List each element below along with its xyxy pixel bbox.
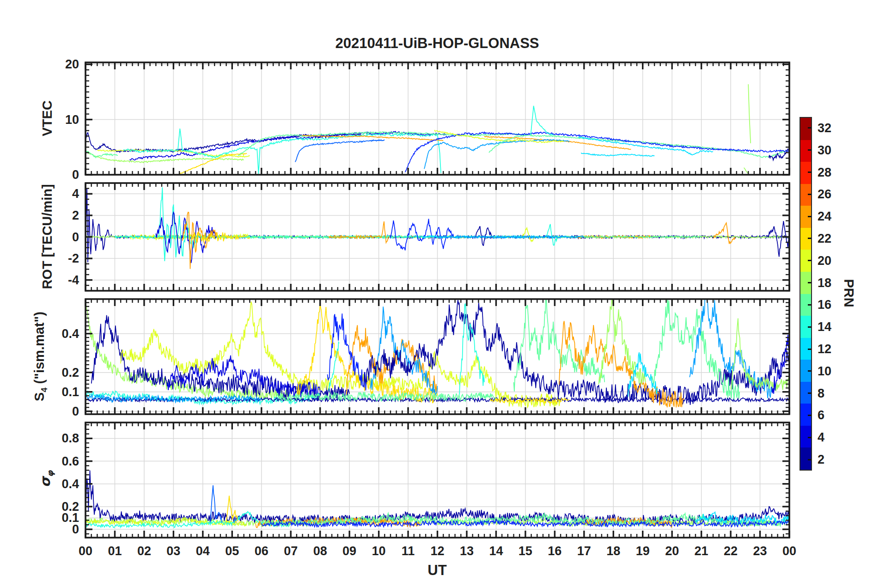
colorbar-tick-label: 20 <box>818 253 831 269</box>
panel-sigma_phi <box>85 423 789 538</box>
x-tick-label: 07 <box>275 543 307 559</box>
y-tick-label: 0.4 <box>24 476 79 492</box>
colorbar <box>800 117 812 471</box>
colorbar-tick-label: 26 <box>818 186 831 202</box>
x-tick-label: 21 <box>685 543 718 559</box>
x-tick-label: 16 <box>538 543 571 559</box>
y-tick-label: 0.1 <box>24 384 79 400</box>
colorbar-tick-label: 14 <box>818 319 831 335</box>
x-tick-label: 17 <box>568 543 600 559</box>
colorbar-tick-mark <box>808 349 811 350</box>
colorbar-tick-mark <box>808 127 811 129</box>
gridlines <box>85 62 789 175</box>
series-line-prn14 <box>531 106 553 135</box>
colorbar-tick-label: 12 <box>818 341 831 357</box>
colorbar-tick-mark <box>808 216 811 217</box>
colorbar-tick-mark <box>808 172 811 173</box>
y-tick-label: 10 <box>24 112 79 128</box>
series-line-prn14 <box>546 224 557 245</box>
x-tick-label: 15 <box>509 543 542 559</box>
colorbar-tick-label: 16 <box>818 297 831 312</box>
plot-canvas <box>0 0 879 588</box>
y-tick-label: 2 <box>24 208 79 223</box>
colorbar-tick-mark <box>808 326 811 328</box>
x-tick-label: 05 <box>216 543 248 559</box>
y-tick-label: 0.2 <box>24 365 79 380</box>
series-line-prn20 <box>523 228 536 241</box>
series-line-prn8 <box>295 140 385 162</box>
y-tick-label: 4 <box>24 186 79 202</box>
colorbar-tick-label: 4 <box>818 429 824 445</box>
x-tick-label: 20 <box>656 543 688 559</box>
y-tick-label: -2 <box>24 251 79 266</box>
series-line-prn2 <box>364 300 789 405</box>
x-tick-label: 19 <box>627 543 659 559</box>
colorbar-tick-label: 30 <box>818 142 831 158</box>
colorbar-tick-mark <box>808 282 811 283</box>
y-tick-label: 0 <box>24 229 79 245</box>
x-tick-label: 11 <box>392 543 424 559</box>
series-line-prn12 <box>581 153 654 157</box>
colorbar-tick-label: 2 <box>818 452 824 467</box>
x-tick-label: 14 <box>480 543 512 559</box>
colorbar-tick-mark <box>808 304 811 306</box>
colorbar-tick-label: 24 <box>818 208 831 224</box>
x-tick-label: 02 <box>128 543 160 559</box>
series-line-prn2 <box>85 189 112 263</box>
colorbar-tick-mark <box>808 392 811 394</box>
colorbar-tick-label: 22 <box>818 231 831 246</box>
x-tick-label: 22 <box>714 543 747 559</box>
series-line-prn18 <box>748 84 751 143</box>
colorbar-tick-mark <box>808 260 811 261</box>
panel-vtec <box>85 62 789 175</box>
colorbar-tick-mark <box>808 437 811 438</box>
x-tick-label: 09 <box>333 543 366 559</box>
x-tick-label: 00 <box>773 543 806 559</box>
y-tick-label: 20 <box>24 56 79 72</box>
colorbar-tick-mark <box>808 194 811 195</box>
colorbar-tick-label: 28 <box>818 165 831 180</box>
y-tick-label: -4 <box>24 272 79 288</box>
x-axis-label: UT <box>427 562 446 579</box>
x-tick-label: 03 <box>157 543 189 559</box>
series-line-prn6 <box>405 132 789 172</box>
x-tick-label: 10 <box>363 543 395 559</box>
series-line-prn2 <box>92 315 349 401</box>
series-line-prn14 <box>329 342 339 391</box>
colorbar-tick-mark <box>808 370 811 372</box>
x-tick-label: 08 <box>304 543 336 559</box>
colorbar-tick-mark <box>808 459 811 460</box>
series-line-prn18 <box>744 168 748 173</box>
x-tick-label: 18 <box>597 543 629 559</box>
y-tick-label: 0 <box>24 167 79 183</box>
x-tick-label: 01 <box>98 543 131 559</box>
series-line-prn10 <box>424 140 569 169</box>
colorbar-tick-label: 32 <box>818 120 831 136</box>
y-tick-label: 0 <box>24 404 79 419</box>
colorbar-tick-label: 8 <box>818 386 824 401</box>
chart-figure: 20210411-UiB-HOP-GLONASS VTEC ROT [TECU/… <box>0 0 879 588</box>
panel-s4 <box>85 291 789 414</box>
series-line-prn6 <box>391 219 453 250</box>
series-line-prn4 <box>129 131 446 160</box>
series-line-prn24 <box>713 223 735 244</box>
x-tick-label: 12 <box>421 543 454 559</box>
series-line-prn24 <box>329 221 389 243</box>
x-tick-label: 00 <box>69 543 102 559</box>
y-tick-label: 0.4 <box>24 326 79 342</box>
colorbar-tick-label: 6 <box>818 407 824 423</box>
colorbar-tick-label: 18 <box>818 275 831 291</box>
panel-rot <box>85 183 789 291</box>
y-tick-label: 0.6 <box>24 453 79 469</box>
colorbar-tick-mark <box>808 149 811 151</box>
colorbar-tick-mark <box>808 238 811 239</box>
colorbar-tick-label: 10 <box>818 363 831 379</box>
x-tick-label: 06 <box>245 543 278 559</box>
colorbar-tick-mark <box>808 415 811 416</box>
x-tick-label: 23 <box>744 543 776 559</box>
x-tick-label: 04 <box>187 543 219 559</box>
y-tick-label: 0.8 <box>24 430 79 446</box>
y-tick-label: 0.2 <box>24 499 79 514</box>
colorbar-label: PRN <box>841 279 856 307</box>
series-line-prn16 <box>652 293 739 399</box>
